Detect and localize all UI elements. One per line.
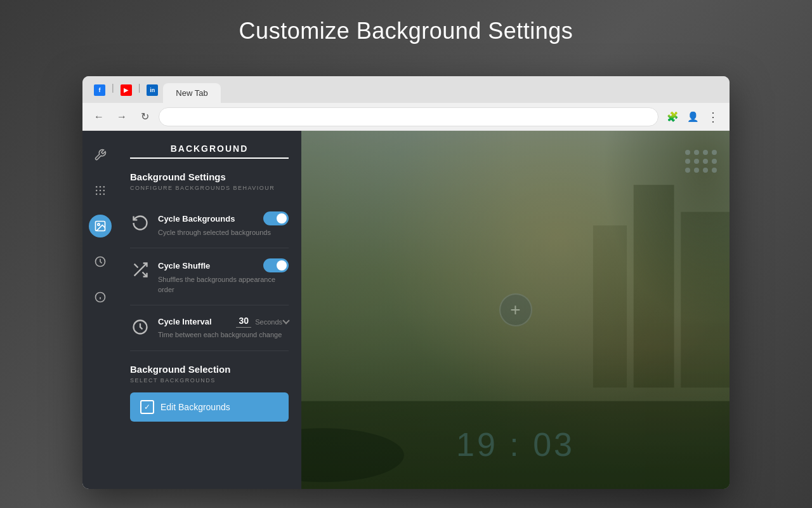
favicon-linkedin[interactable]: in (147, 84, 158, 96)
refresh-button[interactable]: ↻ (136, 108, 154, 126)
svg-rect-23 (681, 212, 730, 388)
svg-point-8 (103, 194, 105, 196)
browser-window: f | ▶ | in New Tab ← → ↻ 🧩 👤 ⋮ (82, 76, 730, 489)
content-area: BACKGROUND Background Settings CONFIGURE… (82, 131, 730, 489)
cycle-shuffle-icon-wrap (130, 260, 150, 280)
cycle-interval-row: Cycle Interval 30 Seconds Time between e… (130, 305, 289, 351)
forward-button[interactable]: → (113, 108, 131, 126)
svg-point-10 (97, 224, 99, 225)
bg-selection-title: Background Selection (130, 364, 289, 375)
cycle-bg-label: Cycle Backgrounds (158, 214, 235, 224)
nav-bar: ← → ↻ 🧩 👤 ⋮ (82, 103, 730, 131)
cycle-bg-content: Cycle Backgrounds Cycle through selected… (158, 211, 289, 237)
more-button[interactable]: ⋮ (704, 108, 722, 126)
cycle-shuffle-toggle[interactable] (263, 258, 289, 272)
edit-backgrounds-button[interactable]: Edit Backgrounds (130, 392, 289, 422)
cycle-bg-icon-wrap (130, 213, 150, 233)
cycle-bg-header: Cycle Backgrounds (158, 211, 289, 225)
bg-selection-subtitle: SELECT BACKGROUNDS (130, 377, 289, 384)
section-subtitle: CONFIGURE BACKGROUNDS BEHAVIOUR (130, 185, 289, 191)
active-tab[interactable]: New Tab (163, 83, 220, 103)
shuffle-icon (131, 261, 149, 279)
cycle-bg-toggle[interactable] (263, 211, 289, 225)
back-button[interactable]: ← (90, 108, 108, 126)
cycle-shuffle-header: Cycle Shuffle (158, 258, 289, 272)
extensions-button[interactable]: 🧩 (664, 108, 681, 126)
cycle-bg-desc: Cycle through selected backgrounds (158, 228, 289, 237)
edit-bg-label: Edit Backgrounds (160, 402, 230, 412)
svg-line-17 (134, 264, 138, 268)
favicon-youtube[interactable]: ▶ (121, 84, 132, 96)
cycle-backgrounds-row: Cycle Backgrounds Cycle through selected… (130, 201, 289, 248)
settings-panel: BACKGROUND Background Settings CONFIGURE… (117, 131, 301, 489)
svg-point-7 (99, 194, 101, 196)
cycle-shuffle-content: Cycle Shuffle Shuffles the backgrounds a… (158, 258, 289, 295)
nav-icons: 🧩 👤 ⋮ (664, 108, 722, 126)
cycle-shuffle-row: Cycle Shuffle Shuffles the backgrounds a… (130, 248, 289, 305)
svg-rect-22 (634, 185, 674, 387)
tab-divider-2: | (137, 83, 142, 98)
tab-bar: f | ▶ | in New Tab (82, 76, 730, 103)
cycle-interval-content: Cycle Interval 30 Seconds Time between e… (158, 316, 289, 340)
address-bar[interactable] (159, 107, 658, 126)
interval-chevron-icon (282, 318, 289, 324)
cycle-bg-icon (131, 214, 149, 232)
panel-title: BACKGROUND (130, 144, 289, 154)
svg-point-6 (95, 194, 97, 196)
sidebar-clock-icon[interactable] (89, 250, 112, 273)
cycle-interval-label: Cycle Interval (158, 317, 212, 326)
interval-icon (131, 318, 149, 336)
cycle-interval-icon-wrap (130, 317, 150, 337)
panel-title-underline (130, 157, 289, 159)
svg-point-1 (99, 186, 101, 188)
interval-unit-label: Seconds (255, 318, 282, 326)
sidebar-info-icon[interactable] (89, 286, 112, 309)
scene-svg (301, 131, 730, 489)
interval-unit-selector[interactable]: Seconds (255, 318, 289, 326)
profile-button[interactable]: 👤 (684, 108, 702, 126)
interval-input: 30 Seconds (236, 316, 289, 328)
svg-point-2 (103, 186, 105, 188)
section-title: Background Settings (130, 171, 289, 182)
sidebar-icons (82, 131, 117, 489)
tab-favicons: f | ▶ | in (89, 83, 163, 103)
tab-divider-1: | (110, 83, 115, 98)
main-preview: + 19 : 03 (301, 131, 730, 489)
svg-point-4 (99, 190, 101, 192)
svg-point-0 (95, 186, 97, 188)
favicon-facebook[interactable]: f (94, 84, 105, 96)
sidebar-grid-icon[interactable] (89, 179, 112, 202)
cycle-shuffle-desc: Shuffles the backgrounds appearance orde… (158, 275, 289, 295)
interval-value[interactable]: 30 (236, 316, 251, 328)
sidebar-wrench-icon[interactable] (89, 144, 112, 166)
cycle-interval-desc: Time between each background change (158, 330, 289, 340)
background-selection-section: Background Selection SELECT BACKGROUNDS … (130, 351, 289, 422)
svg-point-3 (95, 190, 97, 192)
sidebar-image-icon[interactable] (89, 215, 112, 237)
cycle-shuffle-label: Cycle Shuffle (158, 261, 210, 271)
svg-rect-24 (593, 225, 627, 387)
cycle-interval-header: Cycle Interval 30 Seconds (158, 316, 289, 328)
edit-bg-checkbox-icon (140, 400, 154, 414)
svg-point-5 (103, 190, 105, 192)
page-title: Customize Background Settings (0, 18, 812, 44)
